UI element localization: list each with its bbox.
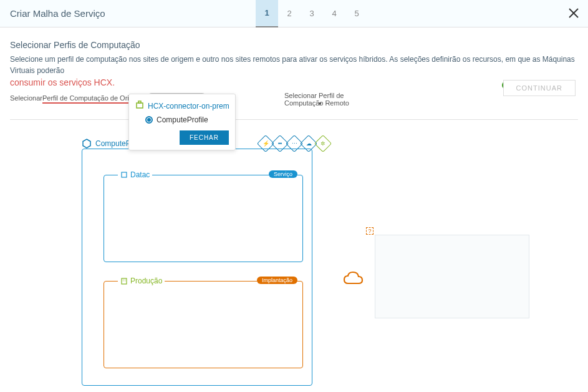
remote-profile-text: Selecionar Perfil de Computação Remoto [284, 92, 349, 107]
popover-option-label: ComputeProfile [157, 115, 208, 124]
wizard-header: Criar Malha de Serviço 1 2 3 4 5 [0, 0, 588, 27]
deployment-badge: Implantação [257, 277, 297, 284]
step-2[interactable]: 2 [278, 0, 301, 27]
svg-rect-4 [122, 278, 127, 284]
hexagon-icon [82, 139, 92, 149]
section-subtitle: Selecionar Perfis de Computação [10, 40, 578, 50]
popover-site-name: HCX-connector-on-prem [148, 102, 229, 110]
datacenter-block: Datac Serviço [104, 175, 303, 262]
service-icons-row: ⚡ •• ⋯ ☁ ✲ [259, 137, 329, 150]
profile-selector-row: Selecionar Perfil de Computação de Orige… [10, 92, 578, 108]
popover-close-button[interactable]: FECHAR [180, 130, 229, 145]
step-1[interactable]: 1 [256, 0, 278, 27]
step-4[interactable]: 4 [323, 0, 345, 27]
step-5[interactable]: 5 [345, 0, 368, 27]
datacenter-text: Datac [130, 170, 150, 179]
datacenter-label: Datac [118, 170, 152, 179]
site-icon [135, 100, 144, 112]
production-block: Produção Implantação [104, 281, 303, 368]
profile-dropdown-popover: HCX-connector-on-prem ComputeProfile FEC… [128, 94, 236, 150]
service-badge: Serviço [269, 170, 297, 178]
topology-diagram: ComputeP ⚡ •• ⋯ ☁ ✲ Datac Serviço [10, 139, 578, 392]
continue-button[interactable]: CONTINUAR [503, 80, 576, 96]
question-icon: ? [366, 227, 374, 235]
desc-line1: Selecione um perfil de computação nos si… [10, 55, 575, 75]
svg-rect-10 [138, 101, 141, 103]
remote-profile-label[interactable]: Selecionar Perfil de Computação Remoto ▾ [284, 92, 383, 107]
svg-rect-3 [122, 172, 127, 177]
compute-profile-header: ComputeP [82, 139, 131, 149]
svg-rect-9 [137, 103, 143, 108]
chevron-down-icon: ▾ [319, 100, 322, 107]
desc-line2: consumir os serviços HCX. [10, 77, 115, 87]
radio-icon [145, 116, 153, 124]
production-label: Produção [118, 277, 165, 285]
production-text: Produção [130, 277, 162, 285]
popover-site-row: HCX-connector-on-prem [135, 100, 229, 112]
service-icon-5: ✲ [314, 135, 332, 152]
cloud-icon [340, 268, 365, 291]
close-icon[interactable] [568, 6, 579, 22]
divider [10, 119, 578, 120]
popover-option-row[interactable]: ComputeProfile [145, 115, 229, 124]
datacenter-icon [120, 171, 128, 179]
building-icon [120, 277, 128, 285]
origin-label-prefix: Selecionar [10, 94, 42, 102]
section-description: Selecione um perfil de computação nos si… [10, 54, 578, 89]
wizard-title: Criar Malha de Serviço [0, 8, 256, 19]
wizard-steps: 1 2 3 4 5 [256, 0, 368, 27]
origin-profile-label: Perfil de Computação de Origem [42, 94, 142, 104]
remote-placeholder-box [375, 235, 529, 318]
compute-profile-name: ComputeP [95, 139, 131, 148]
svg-marker-2 [83, 139, 90, 148]
step-3[interactable]: 3 [301, 0, 323, 27]
